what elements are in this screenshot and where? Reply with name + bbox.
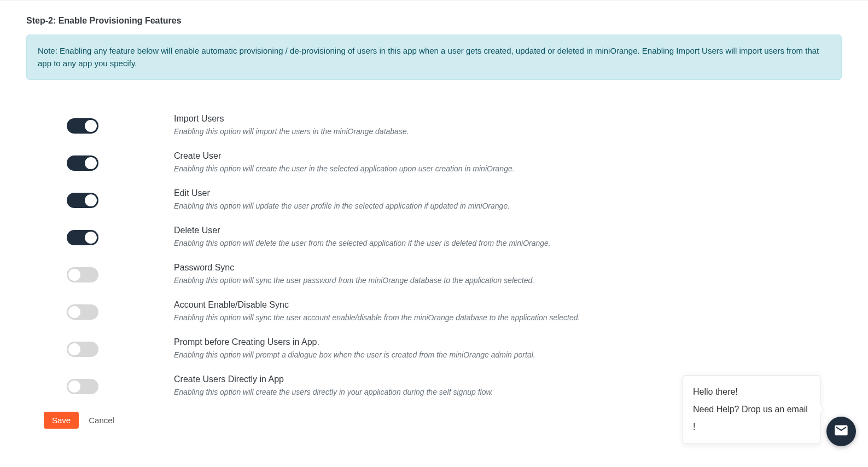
note-box: Note: Enabling any feature below will en… [26, 34, 842, 80]
feature-desc: Enabling this option will update the use… [174, 201, 842, 210]
toggle-prompt-create[interactable] [67, 342, 98, 357]
feature-title: Password Sync [174, 263, 842, 273]
feature-title: Prompt before Creating Users in App. [174, 337, 842, 347]
feature-title: Create User [174, 151, 842, 161]
feature-row-account-enable-disable: Account Enable/Disable Sync Enabling thi… [67, 300, 842, 322]
mail-icon [834, 423, 849, 440]
feature-row-prompt-create: Prompt before Creating Users in App. Ena… [67, 337, 842, 359]
feature-row-delete-user: Delete User Enabling this option will de… [67, 226, 842, 247]
top-divider [0, 0, 868, 1]
save-button[interactable]: Save [44, 412, 79, 429]
feature-desc: Enabling this option will create the use… [174, 164, 842, 173]
feature-title: Edit User [174, 188, 842, 198]
feature-title: Delete User [174, 226, 842, 235]
feature-row-import-users: Import Users Enabling this option will i… [67, 114, 842, 136]
feature-desc: Enabling this option will prompt a dialo… [174, 350, 842, 359]
cancel-button[interactable]: Cancel [89, 416, 114, 425]
toggle-create-direct[interactable] [67, 379, 98, 394]
features-list: Import Users Enabling this option will i… [26, 114, 842, 396]
feature-row-create-user: Create User Enabling this option will cr… [67, 151, 842, 173]
feature-desc: Enabling this option will import the use… [174, 127, 842, 136]
chat-fab[interactable] [826, 417, 856, 446]
toggle-account-enable-disable[interactable] [67, 304, 98, 320]
feature-row-edit-user: Edit User Enabling this option will upda… [67, 188, 842, 210]
help-line2: Need Help? Drop us an email ! [693, 401, 810, 436]
toggle-password-sync[interactable] [67, 267, 98, 282]
page-container: Step-2: Enable Provisioning Features Not… [0, 16, 868, 429]
feature-desc: Enabling this option will delete the use… [174, 239, 842, 247]
feature-row-password-sync: Password Sync Enabling this option will … [67, 263, 842, 285]
feature-title: Account Enable/Disable Sync [174, 300, 842, 310]
step-title: Step-2: Enable Provisioning Features [26, 16, 842, 26]
feature-desc: Enabling this option will sync the user … [174, 313, 842, 322]
toggle-edit-user[interactable] [67, 193, 98, 208]
toggle-create-user[interactable] [67, 155, 98, 171]
feature-desc: Enabling this option will sync the user … [174, 276, 842, 285]
feature-title: Import Users [174, 114, 842, 124]
toggle-delete-user[interactable] [67, 230, 98, 245]
help-popup: Hello there! Need Help? Drop us an email… [683, 375, 820, 444]
help-line1: Hello there! [693, 383, 810, 401]
toggle-import-users[interactable] [67, 118, 98, 134]
